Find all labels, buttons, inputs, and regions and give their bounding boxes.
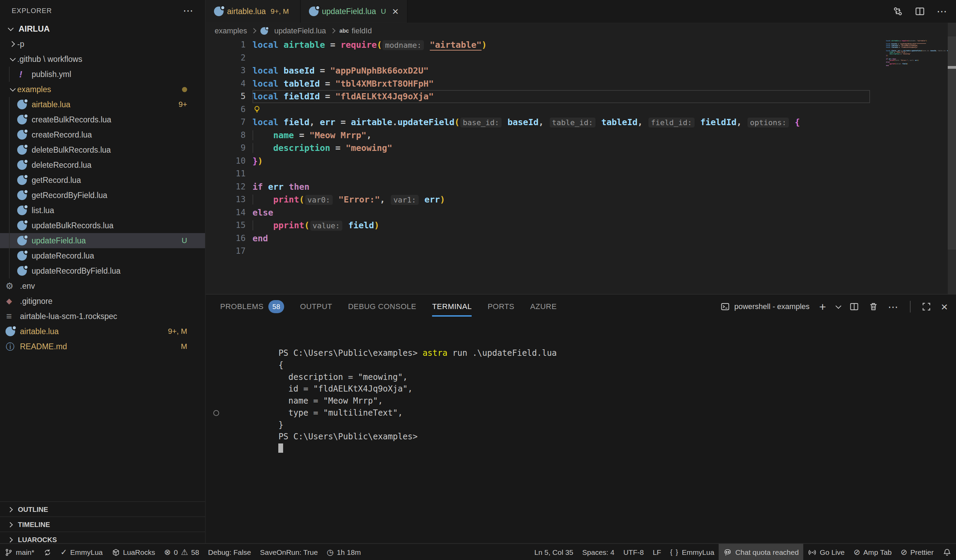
code-token: require	[901, 40, 908, 42]
code-token: airtable	[283, 40, 325, 50]
chevron-icon[interactable]	[7, 87, 17, 91]
code-token: ,	[736, 117, 747, 127]
sidebar-section-luarocks[interactable]: LUAROCKS	[0, 532, 205, 543]
copilot-icon	[723, 548, 732, 557]
panel-tab[interactable]: PORTS	[487, 295, 514, 319]
editor-scrollbar[interactable]	[948, 23, 956, 294]
more-actions-icon[interactable]: ⋯	[937, 8, 947, 15]
code-token: )	[482, 40, 487, 50]
luarocks-status-item[interactable]: LuaRocks	[107, 544, 160, 560]
prettier-item[interactable]: ⊘ Prettier	[896, 544, 938, 560]
tree-item[interactable]: .github \ workflows	[0, 52, 205, 67]
terminal-shell-label[interactable]: powershell - examples	[720, 302, 810, 311]
close-icon[interactable]: ×	[392, 8, 399, 15]
code-line-content: local tableId = "tbl4XMBrxtT8OHFpH"	[253, 77, 870, 90]
code-token: local	[253, 40, 278, 50]
vscode-window: EXPLORER ⋯ AIRLUA -p .github \ workfl	[0, 0, 956, 560]
git-branch-item[interactable]: main*	[0, 544, 39, 560]
sidebar-section-timeline[interactable]: TIMELINE	[0, 516, 205, 532]
emmylua-status-item[interactable]: ✓ EmmyLua	[56, 544, 107, 560]
panel-tab[interactable]: OUTPUT	[300, 295, 332, 319]
problems-status-item[interactable]: ⊗ 0 ⚠ 58	[160, 544, 204, 560]
tree-item[interactable]: getRecord.lua	[0, 173, 205, 188]
split-terminal-icon[interactable]	[849, 302, 859, 311]
timer-item[interactable]: ◷ 1h 18m	[322, 544, 365, 560]
code-token: updateField	[912, 50, 921, 52]
language-mode-item[interactable]: { } EmmyLua	[666, 544, 719, 560]
tree-item[interactable]: list.lua	[0, 203, 205, 218]
tree-item[interactable]: .env	[0, 278, 205, 293]
amp-tab-item[interactable]: ⊘ Amp Tab	[849, 544, 896, 560]
tree-root-folder[interactable]: AIRLUA	[0, 21, 205, 36]
tree-item[interactable]: updateRecord.lua	[0, 248, 205, 264]
tree-item[interactable]: examples	[0, 82, 205, 97]
more-actions-icon[interactable]: ⋯	[888, 301, 899, 313]
breadcrumb-item-examples[interactable]: examples	[215, 27, 247, 35]
breadcrumb-item-symbol[interactable]: abc fieldId	[340, 27, 372, 35]
lightbulb-icon[interactable]	[253, 103, 261, 116]
code-editor[interactable]: 1 local airtable = require(modname: "air…	[206, 39, 870, 258]
encoding-item[interactable]: UTF-8	[619, 544, 648, 560]
tree-item[interactable]: airtable.lua 9+, M	[0, 324, 205, 339]
code-token: local	[886, 40, 890, 42]
tree-item[interactable]: createBulkRecords.lua	[0, 112, 205, 127]
close-panel-icon[interactable]: ×	[941, 303, 948, 310]
tab-airtable-lua[interactable]: airtable.lua 9+, M	[206, 0, 301, 23]
tree-item[interactable]: README.md M	[0, 339, 205, 354]
tree-item[interactable]: deleteRecord.lua	[0, 157, 205, 173]
code-token: )	[258, 156, 263, 166]
code-token: "meowing"	[346, 143, 392, 153]
chevron-icon[interactable]	[7, 57, 17, 61]
maximize-panel-icon[interactable]	[921, 302, 931, 311]
panel-tab[interactable]: AZURE	[530, 295, 557, 319]
tree-item-label: updateRecord.lua	[31, 251, 187, 260]
indentation-item[interactable]: Spaces: 4	[578, 544, 619, 560]
new-terminal-icon[interactable]: +	[819, 303, 826, 310]
tree-item[interactable]: updateBulkRecords.lua	[0, 218, 205, 233]
tree-item[interactable]: airtable-lua-scm-1.rockspec	[0, 309, 205, 324]
eol-item[interactable]: LF	[648, 544, 666, 560]
explorer-sidebar: EXPLORER ⋯ AIRLUA -p .github \ workfl	[0, 0, 205, 543]
cursor-position-item[interactable]: Ln 5, Col 35	[530, 544, 578, 560]
toolbar-divider	[910, 301, 910, 312]
sync-changes-item[interactable]	[39, 544, 56, 560]
tree-item-label: deleteRecord.lua	[31, 160, 187, 170]
more-actions-icon[interactable]: ⋯	[183, 7, 193, 14]
tree-item-label: getRecordByField.lua	[31, 191, 187, 200]
panel-tab[interactable]: PROBLEMS 58	[220, 295, 284, 319]
tree-item[interactable]: deleteBulkRecords.lua	[0, 142, 205, 157]
tree-item[interactable]: .gitignore	[0, 293, 205, 309]
tree-item[interactable]: createRecord.lua	[0, 127, 205, 142]
tree-item[interactable]: updateRecordByField.lua	[0, 264, 205, 278]
code-token: ,	[310, 117, 320, 127]
open-changes-icon[interactable]	[893, 6, 903, 17]
tree-item[interactable]: publish.yml	[0, 67, 205, 82]
breadcrumb-item-file[interactable]: updateField.lua	[260, 27, 326, 35]
split-editor-icon[interactable]	[915, 6, 925, 17]
go-live-item[interactable]: Go Live	[803, 544, 849, 560]
minimap[interactable]: local airtable = require(modname: "airta…	[870, 39, 948, 67]
kill-terminal-icon[interactable]	[869, 302, 878, 311]
sidebar-section-outline[interactable]: OUTLINE	[0, 501, 205, 517]
tree-item[interactable]: updateField.lua U	[0, 233, 205, 248]
yaml-file-icon	[17, 69, 30, 79]
tab-git-badge: U	[381, 7, 386, 16]
saveonrun-flag-item[interactable]: SaveOnRun: True	[256, 544, 322, 560]
tab-updatefield-lua[interactable]: updateField.lua U ×	[301, 0, 408, 23]
terminal[interactable]: PS C:\Users\Public\examples> astra run .…	[206, 319, 956, 419]
panel-tab[interactable]: TERMINAL	[432, 295, 472, 319]
copilot-chat-quota-item[interactable]: Chat quota reached	[719, 544, 803, 560]
code-token: field	[283, 117, 309, 127]
tree-item[interactable]: airtable.lua 9+	[0, 97, 205, 112]
panel-tab[interactable]: DEBUG CONSOLE	[348, 295, 416, 319]
chevron-down-icon[interactable]	[5, 27, 15, 31]
command-decoration-icon[interactable]	[213, 410, 219, 416]
debug-flag-item[interactable]: Debug: False	[204, 544, 256, 560]
chevron-icon[interactable]	[7, 42, 17, 46]
tree-item[interactable]: getRecordByField.lua	[0, 188, 205, 203]
tree-item[interactable]: -p	[0, 36, 205, 52]
code-token: "Error:"	[901, 60, 908, 61]
chevron-down-icon[interactable]	[836, 303, 841, 309]
notifications-item[interactable]	[938, 544, 956, 560]
code-token: (	[454, 117, 459, 127]
